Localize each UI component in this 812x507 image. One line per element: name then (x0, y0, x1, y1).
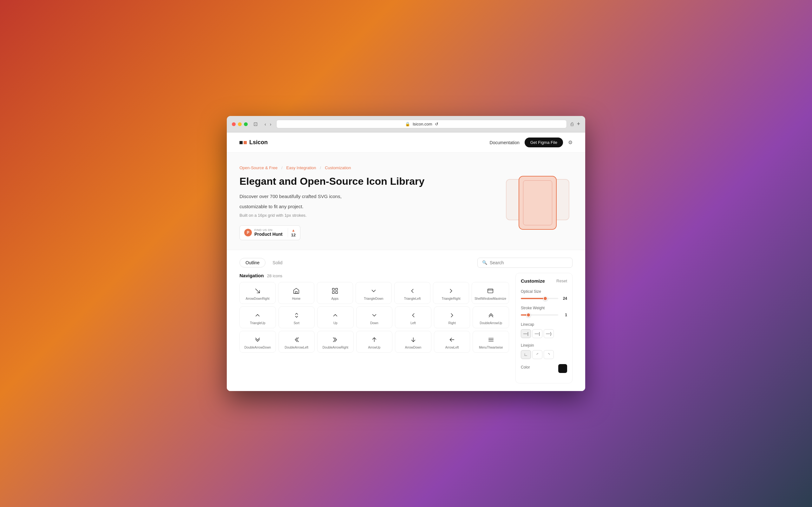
icon-card-left[interactable]: Left (395, 306, 432, 328)
hero-desc-1: Discover over 700 beautifully crafted SV… (240, 193, 503, 200)
icon-card-doublearrowup[interactable]: DoubleArrowUp (473, 306, 509, 328)
optical-size-row: Optical Size 24 (521, 289, 567, 301)
upvote-arrow-icon: ▲ (292, 228, 295, 233)
linecap-square-button[interactable]: —| (532, 329, 542, 338)
page-content: Lsicon Documentation Get Figma File ⚙ Op… (227, 132, 585, 391)
stroke-weight-label: Stroke Weight (521, 306, 567, 310)
product-hunt-button[interactable]: P FIND US ON Product Hunt ▲ 12 (240, 225, 300, 240)
minimize-button[interactable] (238, 122, 242, 126)
icon-label: ShellWindowMaximize (474, 297, 506, 300)
linecap-round-button[interactable]: —) (544, 329, 554, 338)
stroke-weight-slider-row: 1 (521, 313, 567, 317)
tab-outline[interactable]: Outline (240, 258, 265, 268)
stroke-weight-thumb[interactable] (526, 313, 531, 317)
search-input[interactable] (490, 260, 568, 265)
icon-card-down[interactable]: Down (356, 306, 393, 328)
icon-card-arrowdown[interactable]: ArrowDown (395, 331, 432, 353)
hero-icon-main (519, 176, 557, 230)
icon-card-triangledown[interactable]: TriangleDown (356, 282, 392, 304)
product-hunt-logo: P (244, 229, 252, 236)
hero-left: Open-Source & Free / Easy Integration / … (240, 165, 503, 240)
hero-desc-2: customizable to fit any project. (240, 203, 503, 210)
icon-card-triangleright[interactable]: TriangleRight (433, 282, 469, 304)
svg-rect-1 (295, 291, 297, 293)
svg-rect-5 (336, 291, 338, 293)
icon-label: DoubleArrowLeft (285, 346, 308, 349)
style-tabs: Outline Solid (240, 258, 288, 268)
icon-card-arrowleft[interactable]: ArrowLeft (434, 331, 470, 353)
logo-square-dark (240, 141, 243, 144)
color-swatch[interactable] (558, 364, 567, 373)
optical-size-track[interactable] (521, 298, 558, 299)
library-layout: Navigation 28 icons ArrowDownRightHomeAp… (240, 273, 572, 383)
search-box[interactable]: 🔍 (477, 258, 572, 268)
icon-label: Apps (332, 297, 339, 300)
url-bar[interactable]: 🔒 lsicon.com ↺ (276, 120, 567, 128)
docs-link[interactable]: Documentation (490, 140, 519, 145)
icon-card-sort[interactable]: Sort (278, 306, 315, 328)
icon-library: Outline Solid 🔍 Navigation 28 icons Arro… (227, 250, 585, 391)
hero-tag-opensource: Open-Source & Free (240, 165, 277, 170)
sidebar-toggle-button[interactable]: ⊡ (252, 120, 259, 128)
icon-label: MenuThwartwise (479, 346, 503, 349)
icon-card-doublearrowright[interactable]: DoubleArrowRight (317, 331, 354, 353)
settings-icon: ⚙ (568, 140, 572, 145)
hero-icon-preview (519, 176, 557, 230)
reset-button[interactable]: Reset (556, 279, 567, 283)
icon-label: TriangleLeft (404, 297, 420, 300)
icon-card-apps[interactable]: Apps (317, 282, 353, 304)
icon-card-home[interactable]: Home (278, 282, 314, 304)
product-hunt-text: FIND US ON Product Hunt (254, 228, 283, 237)
icon-card-shellwindowmaximize[interactable]: ShellWindowMaximize (472, 282, 509, 304)
icon-card-arrowdownright[interactable]: ArrowDownRight (240, 282, 275, 304)
icons-area: Navigation 28 icons ArrowDownRightHomeAp… (240, 273, 509, 383)
stroke-weight-track[interactable] (521, 314, 558, 316)
product-hunt-name: Product Hunt (254, 232, 283, 237)
linejoin-miter-button[interactable]: ∟ (521, 350, 531, 359)
site-logo: Lsicon (240, 139, 268, 146)
icon-label: ArrowDownRight (246, 297, 269, 300)
icon-label: TriangleUp (250, 321, 265, 325)
back-button[interactable]: ‹ (263, 121, 267, 127)
optical-size-label: Optical Size (521, 289, 567, 294)
icon-label: DoubleArrowUp (479, 321, 502, 325)
product-hunt-count: ▲ 12 (288, 228, 296, 237)
icon-card-triangleleft[interactable]: TriangleLeft (394, 282, 430, 304)
linejoin-bevel-button[interactable]: ◜ (532, 350, 542, 359)
icon-label: DoubleArrowDown (245, 346, 271, 349)
icon-card-menuthwartwise[interactable]: MenuThwartwise (473, 331, 509, 353)
icon-card-doublearrowleft[interactable]: DoubleArrowLeft (278, 331, 315, 353)
color-label: Color (521, 365, 530, 370)
browser-url-actions: ⎙ + (571, 121, 580, 127)
close-button[interactable] (232, 122, 236, 126)
settings-button[interactable]: ⚙ (568, 139, 572, 146)
icon-label: Home (292, 297, 301, 300)
new-tab-button[interactable]: + (577, 121, 580, 127)
logo-square-light (244, 141, 247, 144)
reload-icon[interactable]: ↺ (435, 122, 438, 126)
icon-card-triangleup[interactable]: TriangleUp (240, 306, 276, 328)
icon-label: TriangleDown (364, 297, 383, 300)
icon-label: Sort (294, 321, 299, 325)
share-button[interactable]: ⎙ (571, 121, 573, 127)
forward-button[interactable]: › (269, 121, 273, 127)
icons-row-2: TriangleUpSortUpDownLeftRightDoubleArrow… (240, 306, 509, 328)
linejoin-round-button[interactable]: ◝ (544, 350, 554, 359)
hero-note: Built on a 16px grid with 1px strokes. (240, 213, 503, 218)
linecap-butt-button[interactable]: —| (521, 329, 531, 338)
svg-rect-2 (333, 288, 334, 290)
icon-label: ArrowUp (368, 346, 380, 349)
icon-card-right[interactable]: Right (434, 306, 470, 328)
icon-card-up[interactable]: Up (317, 306, 354, 328)
hero-right (503, 176, 572, 230)
search-icon: 🔍 (482, 260, 487, 265)
icon-card-doublearrowdown[interactable]: DoubleArrowDown (240, 331, 276, 353)
icon-card-arrowup[interactable]: ArrowUp (356, 331, 393, 353)
logo-icon (240, 141, 247, 144)
tab-solid[interactable]: Solid (267, 258, 288, 268)
get-figma-file-button[interactable]: Get Figma File (525, 137, 563, 147)
icon-label: ArrowDown (405, 346, 421, 349)
maximize-button[interactable] (244, 122, 248, 126)
category-header: Navigation 28 icons (240, 273, 509, 278)
optical-size-thumb[interactable] (543, 296, 548, 301)
